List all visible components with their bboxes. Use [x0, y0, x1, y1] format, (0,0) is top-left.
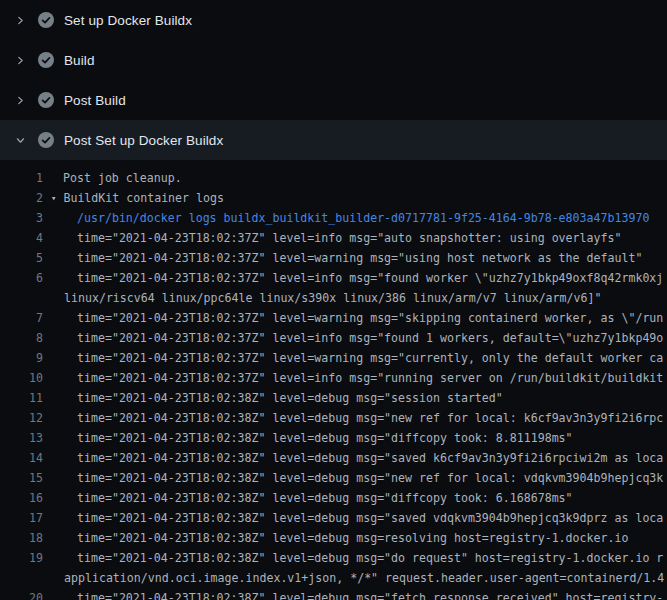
log-line: 9 time="2021-04-23T18:02:37Z" level=warn… — [0, 348, 667, 368]
step-name: Post Set up Docker Buildx — [64, 133, 223, 148]
log-line-text: time="2021-04-23T18:02:37Z" level=warnin… — [43, 348, 663, 368]
log-line-number[interactable]: 3 — [0, 208, 43, 228]
log-line-number[interactable]: 9 — [0, 348, 43, 368]
step-name: Post Build — [64, 93, 126, 108]
log-line-number[interactable]: 15 — [0, 468, 43, 488]
log-line-text: time="2021-04-23T18:02:38Z" level=debug … — [43, 488, 573, 508]
log-line-number[interactable] — [0, 288, 43, 308]
step-name: Build — [64, 53, 95, 68]
log-line: 19 time="2021-04-23T18:02:38Z" level=deb… — [0, 548, 667, 568]
log-line-number[interactable]: 8 — [0, 328, 43, 348]
chevron-down-icon[interactable] — [14, 134, 26, 146]
log-line-number[interactable]: 2 — [0, 188, 43, 208]
log-line-number[interactable]: 14 — [0, 448, 43, 468]
log-line-text: time="2021-04-23T18:02:38Z" level=debug … — [43, 548, 663, 568]
job-steps-list: Set up Docker Buildx Build P — [0, 0, 667, 160]
log-line-number[interactable]: 12 — [0, 408, 43, 428]
log-line-number[interactable]: 6 — [0, 268, 43, 288]
log-line: 4 time="2021-04-23T18:02:37Z" level=info… — [0, 228, 667, 248]
status-check-icon — [38, 132, 54, 148]
status-check-icon — [38, 12, 54, 28]
log-line-number[interactable]: 11 — [0, 388, 43, 408]
log-line-number[interactable]: 5 — [0, 248, 43, 268]
log-line-number[interactable]: 16 — [0, 488, 43, 508]
log-line-text: time="2021-04-23T18:02:38Z" level=debug … — [43, 528, 628, 548]
log-line: 17 time="2021-04-23T18:02:38Z" level=deb… — [0, 508, 667, 528]
step-header-set-up-docker-buildx[interactable]: Set up Docker Buildx — [0, 0, 667, 40]
step-log-output: 1 Post job cleanup. 2 ▾BuildKit containe… — [0, 160, 667, 600]
log-line-text: linux/riscv64 linux/ppc64le linux/s390x … — [43, 288, 601, 308]
log-line: 6 time="2021-04-23T18:02:37Z" level=info… — [0, 268, 667, 288]
step-header-build[interactable]: Build — [0, 40, 667, 80]
log-line-number[interactable]: 1 — [0, 168, 43, 188]
log-line: 14 time="2021-04-23T18:02:38Z" level=deb… — [0, 448, 667, 468]
log-line: application/vnd.oci.image.index.v1+json,… — [0, 568, 667, 588]
log-line-text: time="2021-04-23T18:02:38Z" level=debug … — [43, 428, 573, 448]
log-command-text: /usr/bin/docker logs buildx_buildkit_bui… — [43, 208, 649, 228]
log-line-number[interactable]: 13 — [0, 428, 43, 448]
step-header-post-build[interactable]: Post Build — [0, 80, 667, 120]
log-line: 2 ▾BuildKit container logs — [0, 188, 667, 208]
log-line-number[interactable]: 7 — [0, 308, 43, 328]
log-line: 7 time="2021-04-23T18:02:37Z" level=warn… — [0, 308, 667, 328]
log-line-text: time="2021-04-23T18:02:38Z" level=debug … — [43, 388, 503, 408]
log-line-text: time="2021-04-23T18:02:37Z" level=warnin… — [43, 248, 642, 268]
chevron-right-icon[interactable] — [14, 54, 26, 66]
log-line-number[interactable] — [0, 568, 43, 588]
log-line-text: time="2021-04-23T18:02:38Z" level=debug … — [43, 468, 663, 488]
log-line-text: time="2021-04-23T18:02:38Z" level=debug … — [43, 588, 663, 600]
step-name: Set up Docker Buildx — [64, 13, 192, 28]
log-line: 13 time="2021-04-23T18:02:38Z" level=deb… — [0, 428, 667, 448]
log-line-text: time="2021-04-23T18:02:37Z" level=info m… — [43, 228, 621, 248]
log-line-text: time="2021-04-23T18:02:37Z" level=info m… — [43, 368, 663, 388]
log-line: 1 Post job cleanup. — [0, 168, 667, 188]
log-line-text: time="2021-04-23T18:02:38Z" level=debug … — [43, 448, 663, 468]
log-line: 3 /usr/bin/docker logs buildx_buildkit_b… — [0, 208, 667, 228]
log-line-text: time="2021-04-23T18:02:37Z" level=warnin… — [43, 308, 663, 328]
log-line: 11 time="2021-04-23T18:02:38Z" level=deb… — [0, 388, 667, 408]
log-line-text: time="2021-04-23T18:02:38Z" level=debug … — [43, 408, 663, 428]
log-line-number[interactable]: 18 — [0, 528, 43, 548]
chevron-right-icon[interactable] — [14, 94, 26, 106]
log-line-number[interactable]: 19 — [0, 548, 43, 568]
log-line: 16 time="2021-04-23T18:02:38Z" level=deb… — [0, 488, 667, 508]
log-line-number[interactable]: 17 — [0, 508, 43, 528]
status-check-icon — [38, 52, 54, 68]
log-line: 18 time="2021-04-23T18:02:38Z" level=deb… — [0, 528, 667, 548]
log-line-number[interactable]: 10 — [0, 368, 43, 388]
log-line-text: Post job cleanup. — [43, 168, 182, 188]
log-line-text: time="2021-04-23T18:02:38Z" level=debug … — [43, 508, 663, 528]
chevron-right-icon[interactable] — [14, 14, 26, 26]
log-line-number[interactable]: 20 — [0, 588, 43, 600]
log-line: 10 time="2021-04-23T18:02:37Z" level=inf… — [0, 368, 667, 388]
log-line: 15 time="2021-04-23T18:02:38Z" level=deb… — [0, 468, 667, 488]
log-line-text: time="2021-04-23T18:02:37Z" level=info m… — [43, 328, 663, 348]
log-line: 20 time="2021-04-23T18:02:38Z" level=deb… — [0, 588, 667, 600]
log-line-text: application/vnd.oci.image.index.v1+json,… — [43, 568, 664, 588]
step-header-post-set-up-docker-buildx[interactable]: Post Set up Docker Buildx — [0, 120, 667, 160]
log-line-text: time="2021-04-23T18:02:37Z" level=info m… — [43, 268, 663, 288]
log-line: 8 time="2021-04-23T18:02:37Z" level=info… — [0, 328, 667, 348]
group-collapse-triangle-icon[interactable]: ▾ — [51, 188, 56, 208]
log-group-header-text[interactable]: ▾BuildKit container logs — [43, 188, 224, 208]
log-line: 5 time="2021-04-23T18:02:37Z" level=warn… — [0, 248, 667, 268]
log-line: 12 time="2021-04-23T18:02:38Z" level=deb… — [0, 408, 667, 428]
log-line-number[interactable]: 4 — [0, 228, 43, 248]
log-line: linux/riscv64 linux/ppc64le linux/s390x … — [0, 288, 667, 308]
status-check-icon — [38, 92, 54, 108]
